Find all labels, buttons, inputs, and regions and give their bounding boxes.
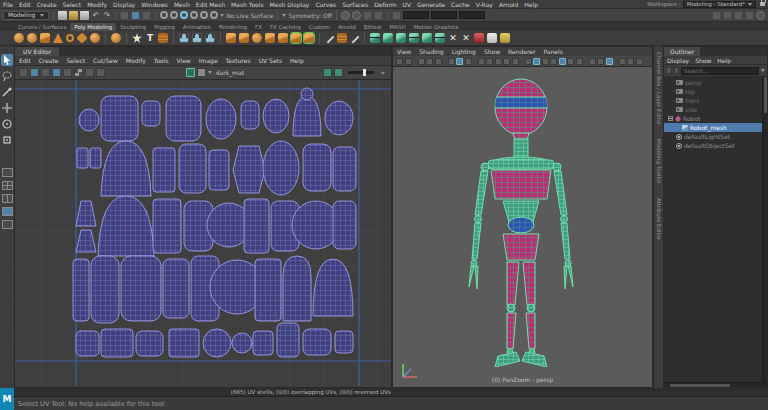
shelf-tab-sculpting[interactable]: Sculpting — [116, 23, 150, 31]
uv-shade-uvs-icon[interactable] — [41, 68, 50, 77]
outliner-horizontal-scrollbar[interactable] — [664, 382, 767, 387]
poly-cone-icon[interactable] — [53, 33, 63, 43]
lock-icon[interactable] — [760, 2, 765, 6]
menu-display[interactable]: Display — [110, 0, 138, 9]
menu-arnold[interactable]: Arnold — [496, 0, 521, 9]
type-tool-icon[interactable]: T — [145, 33, 155, 43]
ol-menu-help[interactable]: Help — [714, 57, 734, 64]
uv-grid-toggle-icon[interactable] — [19, 68, 28, 77]
outliner-vertical-scrollbar[interactable] — [762, 76, 767, 382]
auto-projection-icon[interactable] — [383, 33, 393, 43]
duplicate-shelf-icon[interactable] — [474, 33, 484, 43]
scrollbar-thumb[interactable] — [670, 384, 730, 387]
layout-outliner-pane-button[interactable] — [2, 220, 13, 229]
workspace-dropdown[interactable]: Modeling - Standard* — [683, 1, 756, 8]
uv-menu-image[interactable]: Image — [195, 57, 222, 64]
menu-file[interactable]: File — [0, 0, 16, 9]
uv-editor-title[interactable]: UV Editor — [15, 47, 59, 56]
viewport-canvas[interactable]: (0) PanZoom - persp — [393, 67, 652, 387]
select-component-icon[interactable] — [142, 11, 151, 20]
filter-icon[interactable] — [666, 67, 672, 74]
vp-textured-icon[interactable] — [542, 58, 549, 65]
shelf-tab-motion-graphics[interactable]: Motion Graphics — [410, 23, 463, 31]
shelf-tab-rendering[interactable]: Rendering — [215, 23, 251, 31]
sidebar-gear-icon[interactable] — [756, 11, 765, 20]
vp-2d-panzoom-icon[interactable] — [448, 58, 455, 65]
menu-surfaces[interactable]: Surfaces — [339, 0, 371, 9]
menu-deform[interactable]: Deform — [371, 0, 399, 9]
vp-safe-title-icon[interactable] — [512, 58, 519, 65]
make-live-icon[interactable] — [210, 11, 218, 19]
vp-bookmarks-icon[interactable] — [426, 58, 433, 65]
redo-icon[interactable]: ↷ — [102, 11, 111, 20]
uv-refresh-icon[interactable] — [323, 68, 332, 77]
menu-mesh-display[interactable]: Mesh Display — [267, 0, 313, 9]
sidebar-toggle-outliner-icon[interactable] — [745, 11, 754, 20]
bevel-icon[interactable] — [291, 33, 301, 43]
select-object-icon[interactable] — [131, 11, 140, 20]
outliner-item-persp[interactable]: persp — [664, 78, 762, 87]
vp-ao-icon[interactable] — [567, 58, 574, 65]
rotate-tool-icon[interactable] — [1, 118, 13, 130]
poly-disc-icon[interactable] — [90, 33, 100, 43]
image-dim-slider[interactable] — [348, 71, 374, 74]
vp-wireframe-icon[interactable] — [525, 58, 532, 65]
move-tool-icon[interactable] — [1, 102, 13, 114]
layout-two-pane-button[interactable] — [2, 194, 13, 203]
menu-help[interactable]: Help — [521, 0, 541, 9]
menu-uv[interactable]: UV — [400, 0, 415, 9]
vp-gamma-icon[interactable] — [627, 58, 634, 65]
uv-menu-view[interactable]: View — [173, 57, 195, 64]
select-tool-icon[interactable] — [1, 54, 13, 66]
quad-draw-icon[interactable] — [350, 33, 360, 43]
vp-grease-pencil-icon[interactable] — [456, 58, 463, 65]
layout-uv-persp-button[interactable] — [2, 207, 13, 216]
scale-tool-icon[interactable] — [1, 134, 13, 146]
poly-platonic-icon[interactable] — [76, 32, 87, 43]
vp-select-camera-icon[interactable] — [396, 58, 403, 65]
super-shape-icon[interactable] — [132, 33, 142, 43]
coord-x-field[interactable] — [403, 11, 429, 19]
distance-tool-icon[interactable] — [205, 33, 215, 43]
poly-torus-icon[interactable] — [66, 34, 74, 42]
menu-edit[interactable]: Edit — [16, 0, 34, 9]
snap-view-plane-icon[interactable] — [200, 11, 208, 19]
extrude-icon[interactable] — [278, 33, 288, 43]
vp-isolate-select-icon[interactable] — [589, 58, 596, 65]
uv-pixel-snap-icon[interactable] — [30, 68, 39, 77]
planar-projection-icon[interactable] — [370, 33, 380, 43]
uv-distortion-icon[interactable] — [63, 68, 72, 77]
shelf-tab-bifrost[interactable]: Bifrost — [360, 23, 386, 31]
construction-plane-icon[interactable] — [179, 33, 189, 43]
vp-motion-blur-icon[interactable] — [576, 58, 583, 65]
outliner-item-front[interactable]: front — [664, 96, 762, 105]
poly-sphere-smooth-icon[interactable] — [27, 33, 37, 43]
menu-modify[interactable]: Modify — [84, 0, 110, 9]
uv-menu-edit[interactable]: Edit — [15, 57, 35, 64]
save-scene-icon[interactable] — [80, 11, 89, 20]
render-settings-icon[interactable] — [363, 11, 372, 20]
vp-xray-icon[interactable] — [597, 58, 604, 65]
smooth-icon[interactable] — [252, 33, 262, 43]
scrollbar-thumb[interactable] — [764, 77, 767, 113]
tab-channel-box[interactable]: Channel Box / Layer Editor — [656, 52, 662, 125]
poly-sphere-icon[interactable] — [14, 33, 24, 43]
outliner-item-top[interactable]: top — [664, 87, 762, 96]
sidebar-toggle-toolsettings-icon[interactable] — [734, 11, 743, 20]
sew-uv-icon[interactable] — [422, 33, 432, 43]
input-line-mode-icon[interactable] — [392, 11, 401, 20]
coord-z-field[interactable] — [459, 11, 485, 19]
vp-menu-renderer[interactable]: Renderer — [504, 48, 539, 55]
outliner-item-defaultlightset[interactable]: defaultLightSet — [664, 132, 762, 141]
menu-edit-mesh[interactable]: Edit Mesh — [193, 0, 228, 9]
unfold-icon[interactable] — [435, 33, 445, 43]
uv-bake-icon[interactable] — [334, 68, 343, 77]
vp-xray-joints-icon[interactable] — [606, 58, 613, 65]
open-scene-icon[interactable] — [69, 11, 78, 20]
vp-film-gate-icon[interactable] — [465, 58, 472, 65]
shelf-tab-rigging[interactable]: Rigging — [150, 23, 179, 31]
poly-cube-icon[interactable] — [40, 33, 50, 43]
list-mode-icon[interactable] — [674, 67, 680, 74]
tab-modeling-toolkit[interactable]: Modeling Toolkit — [656, 139, 662, 183]
outliner-item-robot-mesh[interactable]: Robot_mesh — [664, 123, 762, 132]
